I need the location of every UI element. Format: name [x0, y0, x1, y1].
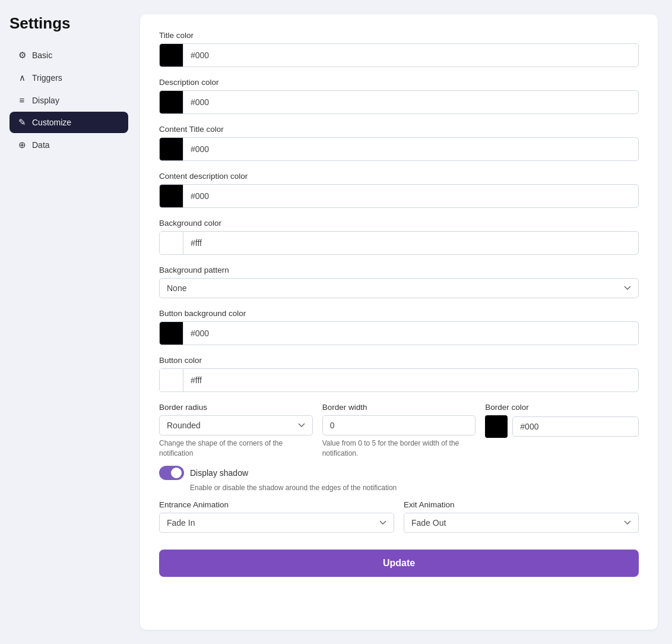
gear-icon: ⚙ — [17, 50, 27, 61]
triggers-icon: ∧ — [17, 72, 27, 83]
sidebar-label-display: Display — [32, 96, 59, 105]
button-color-text-input[interactable] — [183, 371, 638, 390]
content-title-color-text-input[interactable] — [183, 140, 638, 159]
button-bg-color-text-input[interactable] — [183, 324, 638, 343]
title-color-swatch[interactable] — [160, 44, 183, 67]
description-color-text-input[interactable] — [183, 93, 638, 112]
button-color-input-row — [159, 368, 639, 392]
main-content: Title color Description color Content Ti… — [140, 14, 658, 630]
entrance-animation-label: Entrance Animation — [159, 500, 394, 509]
border-width-input[interactable] — [322, 415, 476, 435]
update-button[interactable]: Update — [159, 550, 639, 577]
sidebar-label-basic: Basic — [32, 50, 52, 60]
border-width-helper: Value from 0 to 5 for the border width o… — [322, 438, 476, 459]
sidebar-item-basic[interactable]: ⚙ Basic — [9, 45, 128, 66]
content-description-color-label: Content description color — [159, 172, 639, 181]
border-color-text-input[interactable] — [512, 416, 639, 437]
title-color-input-row — [159, 43, 639, 67]
sidebar-item-data[interactable]: ⊕ Data — [9, 134, 128, 156]
description-color-group: Description color — [159, 78, 639, 114]
content-description-color-group: Content description color — [159, 172, 639, 208]
button-color-group: Button color — [159, 356, 639, 392]
border-width-group: Border width Value from 0 to 5 for the b… — [322, 403, 476, 459]
border-color-group: Border color — [485, 403, 639, 459]
exit-animation-group: Exit Animation Fade Out Slide Out Bounce… — [404, 500, 639, 533]
sidebar-label-customize: Customize — [32, 118, 71, 127]
display-icon: ≡ — [17, 95, 27, 105]
background-color-label: Background color — [159, 219, 639, 228]
content-description-color-text-input[interactable] — [183, 187, 638, 206]
toggle-slider — [159, 466, 184, 480]
border-color-swatch[interactable] — [485, 415, 508, 438]
data-icon: ⊕ — [17, 140, 27, 150]
title-color-label: Title color — [159, 31, 639, 40]
border-color-label: Border color — [485, 403, 639, 412]
sidebar-item-customize[interactable]: ✎ Customize — [9, 112, 128, 133]
button-bg-color-input-row — [159, 321, 639, 345]
display-shadow-helper: Enable or disable the shadow around the … — [190, 484, 639, 492]
sidebar-item-triggers[interactable]: ∧ Triggers — [9, 67, 128, 89]
border-radius-label: Border radius — [159, 403, 313, 412]
border-settings-row: Border radius Rounded Square Pill Change… — [159, 403, 639, 459]
background-pattern-group: Background pattern None Dots Lines Grid — [159, 266, 639, 298]
sidebar: Settings ⚙ Basic ∧ Triggers ≡ Display ✎ … — [9, 14, 128, 630]
border-color-input-row — [485, 415, 639, 438]
background-color-text-input[interactable] — [183, 233, 638, 252]
display-shadow-toggle[interactable] — [159, 466, 184, 480]
sidebar-label-triggers: Triggers — [32, 73, 62, 83]
exit-animation-select[interactable]: Fade Out Slide Out Bounce Out None — [404, 513, 639, 533]
content-description-color-input-row — [159, 184, 639, 208]
background-color-input-row — [159, 231, 639, 255]
content-title-color-group: Content Title color — [159, 125, 639, 161]
content-title-color-swatch[interactable] — [160, 138, 183, 160]
border-radius-group: Border radius Rounded Square Pill Change… — [159, 403, 313, 459]
display-shadow-row: Display shadow — [159, 466, 639, 480]
sidebar-item-display[interactable]: ≡ Display — [9, 90, 128, 111]
background-color-swatch[interactable] — [160, 232, 183, 254]
animation-row: Entrance Animation Fade In Slide In Boun… — [159, 500, 639, 533]
content-title-color-input-row — [159, 137, 639, 161]
display-shadow-label: Display shadow — [190, 468, 248, 478]
border-radius-helper: Change the shape of the corners of the n… — [159, 438, 313, 459]
title-color-text-input[interactable] — [183, 46, 638, 65]
description-color-input-row — [159, 90, 639, 114]
button-bg-color-swatch[interactable] — [160, 322, 183, 345]
background-pattern-select[interactable]: None Dots Lines Grid — [159, 278, 639, 298]
content-title-color-label: Content Title color — [159, 125, 639, 134]
exit-animation-label: Exit Animation — [404, 500, 639, 509]
button-bg-color-label: Button background color — [159, 309, 639, 318]
border-radius-select[interactable]: Rounded Square Pill — [159, 415, 313, 435]
entrance-animation-group: Entrance Animation Fade In Slide In Boun… — [159, 500, 394, 533]
button-bg-color-group: Button background color — [159, 309, 639, 345]
button-color-swatch[interactable] — [160, 369, 183, 392]
background-pattern-label: Background pattern — [159, 266, 639, 274]
sidebar-label-data: Data — [32, 140, 50, 150]
content-description-color-swatch[interactable] — [160, 185, 183, 207]
title-color-group: Title color — [159, 31, 639, 67]
background-color-group: Background color — [159, 219, 639, 255]
customize-icon: ✎ — [17, 117, 27, 128]
page-title: Settings — [9, 14, 128, 33]
description-color-swatch[interactable] — [160, 91, 183, 113]
description-color-label: Description color — [159, 78, 639, 87]
button-color-label: Button color — [159, 356, 639, 365]
border-width-label: Border width — [322, 403, 476, 412]
entrance-animation-select[interactable]: Fade In Slide In Bounce In None — [159, 513, 394, 533]
